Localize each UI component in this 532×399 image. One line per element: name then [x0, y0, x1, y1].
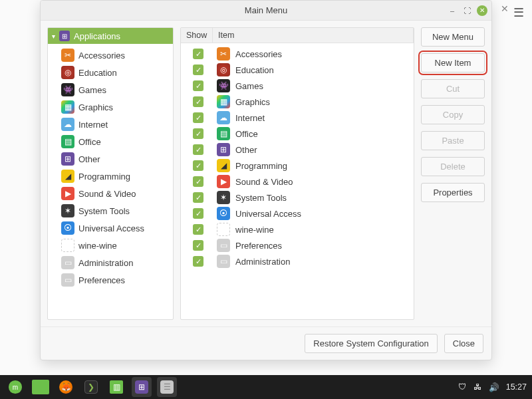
- new-menu-button[interactable]: New Menu: [421, 27, 485, 47]
- list-row[interactable]: ✓▤Office: [181, 126, 414, 142]
- games-icon: 👾: [61, 83, 74, 96]
- tree-item-office[interactable]: ▤Office: [59, 133, 173, 150]
- terminal-icon[interactable]: ❯: [81, 377, 101, 397]
- soundvideo-icon: ▶: [217, 175, 230, 188]
- list-row[interactable]: ✓⦿Universal Access: [181, 205, 414, 221]
- show-checkbox[interactable]: ✓: [193, 65, 203, 75]
- show-checkbox[interactable]: ✓: [193, 96, 203, 107]
- tree-item-prefs[interactable]: ▭Preferences: [59, 271, 173, 289]
- paste-button[interactable]: Paste: [421, 131, 485, 150]
- delete-button[interactable]: Delete: [421, 157, 485, 176]
- tree-item-internet[interactable]: ☁Internet: [59, 116, 173, 133]
- show-checkbox[interactable]: ✓: [193, 112, 203, 123]
- chevron-down-icon: ▾: [52, 33, 55, 40]
- list-item-label: Universal Access: [235, 209, 301, 219]
- close-button[interactable]: Close: [444, 334, 483, 353]
- files-icon[interactable]: ▥: [106, 377, 126, 397]
- other-icon: ⊞: [217, 143, 230, 156]
- list-row[interactable]: ✓👾Games: [181, 78, 414, 94]
- tree-item-education[interactable]: ◎Education: [59, 64, 173, 81]
- list-row[interactable]: ✓✂Accessories: [181, 46, 414, 62]
- column-header-show[interactable]: Show: [181, 28, 213, 43]
- show-checkbox[interactable]: ✓: [193, 208, 203, 219]
- cut-button[interactable]: Cut: [421, 79, 485, 98]
- clock[interactable]: 15:27: [506, 382, 527, 392]
- hamburger-icon[interactable]: ☰: [511, 3, 527, 23]
- tree-item-graphics[interactable]: ▦Graphics: [59, 98, 173, 116]
- tree-item-games[interactable]: 👾Games: [59, 81, 173, 98]
- restore-button[interactable]: Restore System Configuration: [305, 334, 437, 353]
- show-checkbox[interactable]: ✓: [193, 240, 203, 251]
- desktop-close-icon[interactable]: ✕: [499, 3, 511, 15]
- show-checkbox[interactable]: ✓: [193, 49, 203, 59]
- firefox-icon[interactable]: 🦊: [56, 377, 76, 397]
- list-row[interactable]: ✓◎Education: [181, 62, 414, 78]
- show-checkbox[interactable]: ✓: [193, 160, 203, 171]
- tree-item-admin[interactable]: ▭Administration: [59, 254, 173, 271]
- office-icon: ▤: [217, 127, 230, 140]
- list-item-label: Games: [235, 81, 263, 91]
- network-icon[interactable]: 🖧: [473, 382, 482, 392]
- tree-item-wine[interactable]: wine-wine: [59, 237, 173, 254]
- volume-icon[interactable]: 🔊: [489, 382, 499, 392]
- tree-item-other[interactable]: ⊞Other: [59, 150, 173, 168]
- tree-item-programming[interactable]: ◢Programming: [59, 168, 173, 185]
- maximize-icon[interactable]: ⛶: [462, 6, 471, 15]
- list-row[interactable]: ✓⊞Other: [181, 142, 414, 158]
- task-apps-icon[interactable]: ⊞: [132, 377, 152, 397]
- list-row[interactable]: ✓▦Graphics: [181, 94, 414, 110]
- show-checkbox[interactable]: ✓: [193, 256, 203, 267]
- tree-item-label: wine-wine: [78, 241, 117, 251]
- category-tree[interactable]: ▾ ⊞ Applications ✂Accessories◎Education👾…: [47, 27, 174, 320]
- tree-item-soundvideo[interactable]: ▶Sound & Video: [59, 185, 173, 202]
- new-item-button[interactable]: New Item: [421, 53, 485, 72]
- list-item-label: wine-wine: [235, 225, 274, 235]
- show-checkbox[interactable]: ✓: [193, 176, 203, 187]
- taskbar[interactable]: m 🦊 ❯ ▥ ⊞ ☰ 🛡 🖧 🔊 15:27: [0, 375, 532, 399]
- column-header-item[interactable]: Item: [213, 28, 414, 43]
- admin-icon: ▭: [217, 255, 230, 268]
- list-item-label: Graphics: [235, 97, 270, 107]
- list-row[interactable]: ✓◢Programming: [181, 158, 414, 174]
- tree-item-label: System Tools: [78, 206, 130, 216]
- svg-text:m: m: [13, 384, 18, 391]
- admin-icon: ▭: [61, 256, 74, 269]
- show-desktop-icon[interactable]: [31, 377, 51, 397]
- tree-item-systemtools[interactable]: ✶System Tools: [59, 202, 173, 219]
- show-checkbox[interactable]: ✓: [193, 144, 203, 155]
- shield-icon[interactable]: 🛡: [458, 382, 467, 392]
- show-checkbox[interactable]: ✓: [193, 128, 203, 139]
- list-row[interactable]: ✓▭Preferences: [181, 237, 414, 253]
- list-item-label: Accessories: [235, 49, 282, 59]
- universal-icon: ⦿: [217, 207, 230, 220]
- minimize-icon[interactable]: –: [448, 6, 457, 15]
- properties-button[interactable]: Properties: [421, 183, 485, 202]
- list-item-label: Internet: [235, 113, 265, 123]
- office-icon: ▤: [61, 135, 74, 148]
- titlebar[interactable]: Main Menu – ⛶ ✕: [41, 1, 491, 21]
- wine-icon: [61, 239, 74, 252]
- mint-menu-icon[interactable]: m: [5, 377, 25, 397]
- accessories-icon: ✂: [217, 47, 230, 61]
- list-row[interactable]: ✓✶System Tools: [181, 190, 414, 205]
- task-mainmenu-icon[interactable]: ☰: [157, 377, 177, 397]
- list-item-label: Programming: [235, 161, 287, 171]
- tree-root-applications[interactable]: ▾ ⊞ Applications: [48, 28, 173, 44]
- wine-icon: [217, 223, 230, 236]
- tree-item-accessories[interactable]: ✂Accessories: [59, 47, 173, 64]
- show-checkbox[interactable]: ✓: [193, 80, 203, 91]
- list-row[interactable]: ✓▭Administration: [181, 253, 414, 269]
- copy-button[interactable]: Copy: [421, 105, 485, 124]
- show-checkbox[interactable]: ✓: [193, 192, 203, 203]
- list-row[interactable]: ✓☁Internet: [181, 110, 414, 126]
- accessories-icon: ✂: [61, 49, 74, 62]
- list-row[interactable]: ✓wine-wine: [181, 221, 414, 237]
- tree-root-label: Applications: [74, 31, 120, 41]
- main-menu-dialog: Main Menu – ⛶ ✕ ▾ ⊞ Applications ✂Access…: [40, 0, 492, 360]
- list-item-label: Preferences: [235, 241, 282, 251]
- close-icon[interactable]: ✕: [477, 5, 487, 16]
- education-icon: ◎: [61, 66, 74, 79]
- show-checkbox[interactable]: ✓: [193, 224, 203, 235]
- list-row[interactable]: ✓▶Sound & Video: [181, 174, 414, 190]
- tree-item-universal[interactable]: ⦿Universal Access: [59, 219, 173, 237]
